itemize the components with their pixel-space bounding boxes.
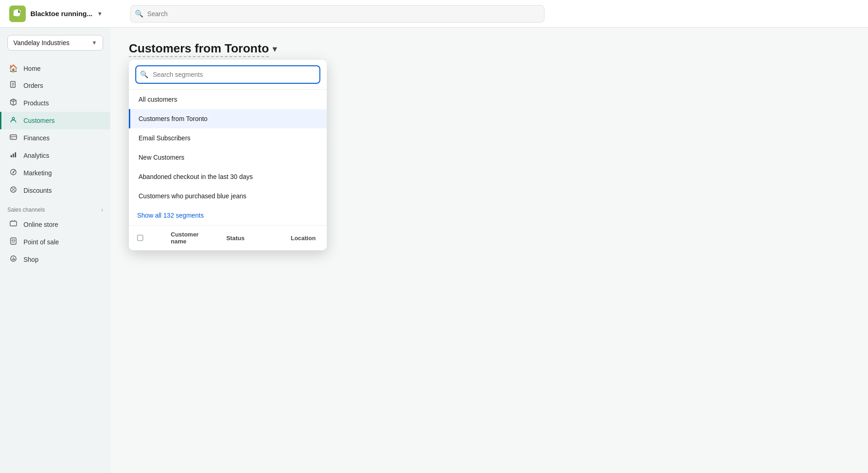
sidebar-item-label: Analytics [23, 152, 49, 159]
sidebar-item-customers[interactable]: Customers [0, 112, 110, 129]
main-nav: 🏠 Home Orders Products [0, 58, 110, 201]
segment-item-new-customers[interactable]: New Customers [129, 148, 327, 167]
sidebar-item-marketing[interactable]: Marketing [0, 164, 110, 182]
store-selector-chevron-icon: ▼ [92, 40, 97, 46]
chevron-down-icon: ▾ [272, 43, 277, 54]
show-all-label: Show all 132 segments [137, 212, 204, 219]
segment-selector-button[interactable]: ▾ [272, 43, 277, 54]
sidebar-item-label: Customers [23, 117, 55, 124]
show-all-segments-link[interactable]: Show all 132 segments [129, 206, 327, 225]
segment-list: All customers Customers from Toronto Ema… [129, 90, 327, 225]
page-title: Customers from Toronto [129, 41, 269, 56]
segment-search-input[interactable] [135, 65, 320, 84]
analytics-icon [9, 151, 18, 160]
segment-search-wrapper: 🔍 [135, 65, 320, 84]
sidebar-item-label: Products [23, 99, 49, 107]
segment-item-label: Customers from Toronto [139, 115, 208, 122]
segment-item-label: New Customers [139, 154, 185, 161]
segment-item-label: Customers who purchased blue jeans [139, 192, 246, 200]
sidebar-item-products[interactable]: Products [0, 94, 110, 112]
col-header-status: Status [226, 235, 263, 242]
segment-item-label: All customers [139, 96, 177, 103]
sales-channels-label: Sales channels [7, 207, 45, 213]
topbar: Blacktoe running... ▼ 🔍 [0, 0, 868, 28]
sidebar-item-shop[interactable]: Shop [0, 251, 110, 268]
page-title-row: Customers from Toronto ▾ [129, 41, 850, 56]
sidebar-item-label: Shop [23, 256, 39, 263]
topbar-search-area: 🔍 [130, 5, 544, 23]
segment-dropdown: 🔍 All customers Customers from Toronto E… [129, 60, 327, 250]
brand-name: Blacktoe running... [30, 10, 93, 17]
segment-item-label: Email Subscribers [139, 134, 191, 142]
finances-icon [9, 133, 18, 143]
store-selector[interactable]: Vandelay Industries ▼ [7, 35, 103, 51]
table-header-partial: Customer name Status Location [129, 225, 327, 250]
svg-point-5 [12, 117, 15, 120]
marketing-icon [9, 168, 18, 178]
svg-rect-10 [15, 152, 16, 157]
shopify-logo-icon [9, 6, 26, 22]
sidebar-item-label: Finances [23, 134, 50, 142]
discounts-icon [9, 186, 18, 195]
svg-rect-9 [13, 154, 14, 157]
shop-icon [9, 255, 18, 264]
topbar-search-input[interactable] [130, 5, 544, 23]
svg-point-19 [14, 242, 15, 243]
topbar-search-icon: 🔍 [135, 10, 144, 18]
sales-channels-header[interactable]: Sales channels › [0, 201, 110, 216]
page-title-text: Customers from Toronto [129, 41, 269, 57]
svg-point-12 [13, 172, 14, 173]
segment-item-toronto[interactable]: Customers from Toronto [129, 109, 327, 128]
sidebar-item-finances[interactable]: Finances [0, 129, 110, 147]
sidebar-item-label: Orders [23, 82, 43, 89]
sidebar-item-online-store[interactable]: Online store [0, 216, 110, 233]
svg-point-7 [12, 138, 12, 138]
brand-chevron-icon: ▼ [97, 11, 103, 17]
svg-rect-8 [11, 155, 12, 157]
sidebar-item-orders[interactable]: Orders [0, 77, 110, 94]
svg-rect-16 [12, 240, 15, 241]
sidebar-item-home[interactable]: 🏠 Home [0, 60, 110, 77]
point-of-sale-icon [9, 237, 18, 247]
segment-item-label: Abandoned checkout in the last 30 days [139, 173, 253, 180]
svg-rect-14 [10, 221, 17, 226]
segment-search-row: 🔍 [129, 60, 327, 90]
sales-channels-chevron-icon: › [101, 207, 103, 213]
segment-item-blue-jeans[interactable]: Customers who purchased blue jeans [129, 186, 327, 206]
sidebar-item-label: Marketing [23, 169, 52, 177]
store-name: Vandelay Industries [13, 39, 69, 46]
customers-icon [9, 116, 18, 125]
products-icon [9, 98, 18, 108]
segment-search-icon: 🔍 [140, 70, 149, 79]
brand-button[interactable]: Blacktoe running... ▼ [9, 6, 103, 22]
segment-item-email-subscribers[interactable]: Email Subscribers [129, 128, 327, 148]
segment-item-abandoned-checkout[interactable]: Abandoned checkout in the last 30 days [129, 167, 327, 186]
col-header-location: Location [291, 235, 327, 242]
svg-rect-6 [10, 135, 17, 139]
col-header-customer-name: Customer name [171, 231, 199, 245]
sidebar: Vandelay Industries ▼ 🏠 Home Orders [0, 28, 110, 473]
svg-point-18 [13, 242, 14, 243]
sidebar-item-label: Point of sale [23, 238, 59, 246]
online-store-icon [9, 220, 18, 229]
segment-item-all-customers[interactable]: All customers [129, 90, 327, 109]
select-all-checkbox[interactable] [137, 234, 143, 242]
app-layout: Vandelay Industries ▼ 🏠 Home Orders [0, 28, 868, 473]
home-icon: 🏠 [9, 64, 18, 73]
svg-point-17 [12, 242, 13, 243]
orders-icon [9, 81, 18, 90]
sidebar-item-label: Online store [23, 221, 58, 228]
sidebar-item-label: Home [23, 65, 41, 72]
sidebar-item-label: Discounts [23, 187, 52, 194]
sidebar-item-discounts[interactable]: Discounts [0, 182, 110, 199]
sidebar-item-point-of-sale[interactable]: Point of sale [0, 233, 110, 251]
main-content: Customers from Toronto ▾ base 'city' = '… [110, 28, 868, 473]
sidebar-item-analytics[interactable]: Analytics [0, 147, 110, 164]
